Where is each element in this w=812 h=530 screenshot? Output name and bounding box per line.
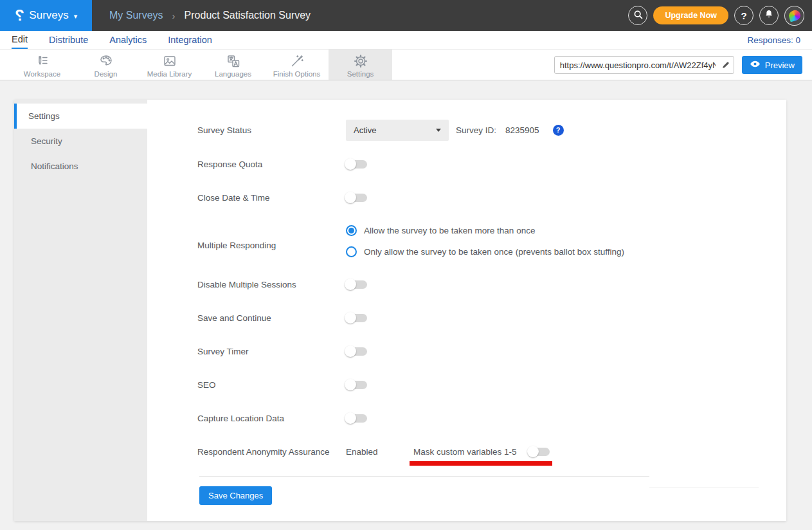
eye-icon xyxy=(750,60,761,70)
settings-page: Settings Security Notifications Survey S… xyxy=(0,80,812,521)
sidebar-item-notifications[interactable]: Notifications xyxy=(14,154,147,179)
survey-status-value: Active xyxy=(354,125,436,135)
toolbar-tab-label: Languages xyxy=(215,70,251,78)
top-header: ? Surveys ▾ My Surveys › Product Satisfa… xyxy=(0,0,812,31)
product-switcher[interactable]: ? Surveys ▾ xyxy=(0,0,92,31)
tab-integration[interactable]: Integration xyxy=(168,31,212,49)
toolbar-tab-label: Media Library xyxy=(147,70,192,78)
seo-row: SEO xyxy=(197,374,773,396)
multiple-responding-option-2: Only allow the survey to be taken once (… xyxy=(346,241,773,262)
toggle-knob xyxy=(345,279,356,290)
help-button[interactable]: ? xyxy=(734,6,753,25)
edit-toolbar: Workspace Design Media Library Languages… xyxy=(0,50,812,80)
gear-icon xyxy=(353,53,368,69)
toolbar-tab-label: Workspace xyxy=(24,70,60,78)
divider xyxy=(199,476,649,477)
breadcrumb-separator-icon: › xyxy=(172,10,176,21)
tab-edit[interactable]: Edit xyxy=(12,31,28,49)
breadcrumb-my-surveys[interactable]: My Surveys xyxy=(109,10,163,21)
close-date-label: Close Date & Time xyxy=(197,193,346,203)
tab-analytics[interactable]: Analytics xyxy=(109,31,147,49)
edit-url-pencil-icon[interactable] xyxy=(718,60,734,69)
toolbar-tabs: Workspace Design Media Library Languages… xyxy=(10,50,392,80)
preview-label: Preview xyxy=(765,60,795,70)
toolbar-tab-languages[interactable]: Languages xyxy=(201,50,265,80)
breadcrumb-current-survey: Product Satisfaction Survey xyxy=(185,10,311,21)
mask-custom-variables-toggle[interactable] xyxy=(528,448,550,456)
response-quota-row: Response Quota xyxy=(197,153,773,175)
settings-sidebar: Settings Security Notifications xyxy=(14,100,147,521)
toggle-knob xyxy=(345,345,356,357)
survey-status-label: Survey Status xyxy=(197,125,346,135)
survey-timer-toggle[interactable] xyxy=(346,347,367,356)
image-icon xyxy=(162,53,177,69)
toolbar-tab-finish-options[interactable]: Finish Options xyxy=(265,50,329,80)
survey-id-value: 8235905 xyxy=(505,125,539,135)
palette-icon xyxy=(98,53,114,69)
translate-icon xyxy=(226,53,241,69)
chevron-down-icon xyxy=(436,129,441,132)
toolbar-tab-label: Finish Options xyxy=(273,70,321,78)
upgrade-now-button[interactable]: Upgrade Now xyxy=(653,6,728,24)
survey-url-input[interactable] xyxy=(555,60,718,70)
save-and-continue-toggle[interactable] xyxy=(346,314,367,322)
avatar-logo-icon xyxy=(787,9,801,23)
seo-toggle[interactable] xyxy=(346,381,367,389)
nav-tabs: Edit Distribute Analytics Integration xyxy=(12,31,212,49)
response-quota-label: Response Quota xyxy=(197,160,346,169)
multiple-responding-option-1: Allow the survey to be taken more than o… xyxy=(346,219,773,241)
product-name: Surveys xyxy=(29,9,68,22)
toolbar-right: Preview xyxy=(554,50,802,80)
survey-id-label: Survey ID: xyxy=(456,125,496,135)
toggle-knob xyxy=(345,192,356,203)
toolbar-tab-design[interactable]: Design xyxy=(74,50,138,80)
breadcrumb: My Surveys › Product Satisfaction Survey xyxy=(92,0,311,31)
tab-distribute[interactable]: Distribute xyxy=(49,31,88,49)
workspace-icon xyxy=(35,53,50,69)
survey-status-select[interactable]: Active xyxy=(346,120,449,141)
toggle-knob xyxy=(345,312,356,324)
toggle-knob xyxy=(345,379,356,390)
notifications-button[interactable] xyxy=(759,6,779,25)
toolbar-tab-label: Settings xyxy=(347,70,374,78)
header-actions: Upgrade Now ? xyxy=(628,0,804,31)
capture-location-toggle[interactable] xyxy=(346,414,367,423)
preview-button[interactable]: Preview xyxy=(742,56,802,74)
toggle-knob xyxy=(345,412,356,424)
seo-label: SEO xyxy=(197,380,346,390)
toggle-knob xyxy=(345,158,356,170)
save-and-continue-label: Save and Continue xyxy=(197,313,346,323)
response-quota-toggle[interactable] xyxy=(346,160,367,169)
sidebar-item-security[interactable]: Security xyxy=(14,129,147,154)
red-highlight-annotation xyxy=(410,461,552,466)
settings-card: Settings Security Notifications Survey S… xyxy=(14,100,786,521)
anonymity-label: Respondent Anonymity Assurance xyxy=(197,447,346,457)
save-changes-button[interactable]: Save Changes xyxy=(199,486,272,505)
search-button[interactable] xyxy=(628,6,647,25)
avatar[interactable] xyxy=(784,6,804,26)
capture-location-row: Capture Location Data xyxy=(197,407,773,429)
search-icon xyxy=(633,9,644,23)
toolbar-tab-media-library[interactable]: Media Library xyxy=(138,50,201,80)
disable-multiple-sessions-row: Disable Multiple Sessions xyxy=(197,273,773,295)
radio-option-label[interactable]: Only allow the survey to be taken once (… xyxy=(364,247,624,257)
mask-custom-variables-label: Mask custom variables 1-5 xyxy=(413,447,528,457)
radio-option-label[interactable]: Allow the survey to be taken more than o… xyxy=(364,226,535,235)
multiple-responding-label: Multiple Responding xyxy=(197,241,346,250)
magic-wand-icon xyxy=(289,53,305,69)
questionpro-logo-icon: ? xyxy=(15,8,24,23)
close-date-toggle[interactable] xyxy=(346,194,367,202)
survey-timer-row: Survey Timer xyxy=(197,340,773,362)
toolbar-tab-workspace[interactable]: Workspace xyxy=(10,50,74,80)
bell-icon xyxy=(764,9,774,22)
radio-button-selected[interactable] xyxy=(346,225,357,236)
divider-secondary xyxy=(649,488,759,488)
survey-id-help-icon[interactable]: ? xyxy=(553,125,564,136)
disable-multiple-sessions-toggle[interactable] xyxy=(346,280,367,289)
toolbar-tab-settings[interactable]: Settings xyxy=(329,50,392,80)
survey-nav: Edit Distribute Analytics Integration Re… xyxy=(0,31,812,50)
sidebar-item-settings[interactable]: Settings xyxy=(14,104,147,129)
responses-count[interactable]: Responses: 0 xyxy=(747,31,800,49)
radio-button-unselected[interactable] xyxy=(346,246,357,257)
close-date-row: Close Date & Time xyxy=(197,187,773,208)
